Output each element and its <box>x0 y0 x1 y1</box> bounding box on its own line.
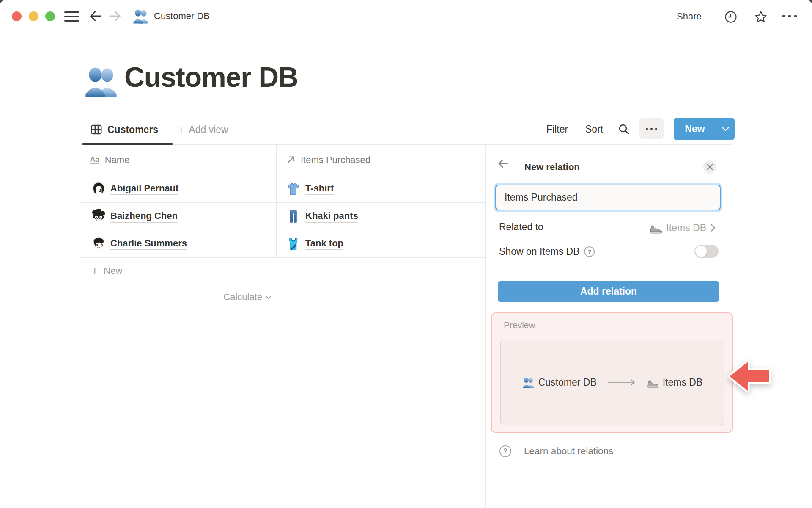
help-question-icon[interactable]: ? <box>584 246 595 257</box>
column-header-name[interactable]: Aa Name <box>80 145 277 175</box>
table-view-icon <box>90 123 103 136</box>
relation-name-input[interactable] <box>495 185 721 210</box>
source-db-name: Customer DB <box>538 377 597 388</box>
new-button-dropdown[interactable] <box>716 118 735 140</box>
plus-icon: + <box>178 124 184 135</box>
add-view-button[interactable]: + Add view <box>178 124 228 135</box>
show-on-toggle[interactable] <box>694 245 719 258</box>
sneaker-icon <box>647 376 659 389</box>
name-cell[interactable]: Charlie Summers <box>80 230 277 257</box>
name-cell[interactable]: Abigail Pernaut <box>80 175 277 202</box>
related-to-label: Related to <box>499 221 543 233</box>
close-window-button[interactable] <box>12 11 22 21</box>
search-icon[interactable] <box>618 123 630 135</box>
arrow-up-right-icon <box>286 155 296 165</box>
favorite-star-icon[interactable] <box>754 10 768 24</box>
row-name-link[interactable]: Baizheng Chen <box>110 210 178 223</box>
add-relation-button[interactable]: Add relation <box>498 281 719 302</box>
column-header-items-purchased[interactable]: Items Purchased <box>277 145 485 175</box>
row-item-link[interactable]: T-shirt <box>305 183 334 195</box>
tanktop-icon <box>287 237 300 251</box>
tab-label: Customers <box>107 124 158 135</box>
preview-card: Customer DB Items DB <box>500 340 724 425</box>
tshirt-icon <box>287 182 300 196</box>
row-name-link[interactable]: Abigail Pernaut <box>110 183 178 195</box>
jeans-icon <box>287 210 300 223</box>
page-title: Customer DB <box>124 61 298 93</box>
sneaker-icon <box>649 221 662 235</box>
table-row: Abigail Pernaut T-shirt <box>80 175 485 203</box>
history-clock-icon[interactable] <box>724 10 738 24</box>
calculate-button[interactable]: Calculate <box>80 284 277 310</box>
table-row: Baizheng Chen Khaki pants <box>80 203 485 230</box>
people-icon <box>133 8 149 24</box>
row-name-link[interactable]: Charlie Summers <box>110 238 187 250</box>
item-cell[interactable]: Khaki pants <box>277 203 485 230</box>
chevron-down-icon <box>722 127 729 131</box>
plus-icon: + <box>91 264 98 278</box>
annotation-arrow-left-icon <box>727 356 772 396</box>
relation-diagram: Customer DB Items DB <box>522 376 703 389</box>
avatar-charlie <box>91 237 106 251</box>
filter-button[interactable]: Filter <box>546 124 568 135</box>
window-title: Customer DB <box>154 11 210 22</box>
item-cell[interactable]: Tank top <box>277 230 485 257</box>
target-db-name: Items DB <box>663 377 703 388</box>
toggle-knob <box>695 246 707 257</box>
related-db-name: Items DB <box>666 222 706 234</box>
app-window: Customer DB Share Customer DB Customers … <box>0 0 812 508</box>
panel-close-button[interactable] <box>703 160 716 174</box>
learn-about-relations-link[interactable]: ? Learn about relations <box>499 445 613 457</box>
item-cell[interactable]: T-shirt <box>277 175 485 202</box>
forward-arrow-icon[interactable] <box>108 9 122 23</box>
people-icon <box>522 376 535 389</box>
panel-back-icon[interactable] <box>497 158 509 169</box>
table-row: Charlie Summers Tank top <box>80 230 485 258</box>
avatar-abigail <box>91 182 106 196</box>
back-arrow-icon[interactable] <box>89 9 102 23</box>
help-question-icon: ? <box>499 445 511 457</box>
row-item-link[interactable]: Tank top <box>305 238 343 250</box>
new-relation-panel: New relation Related to Items DB Show on… <box>485 145 812 508</box>
avatar-baizheng <box>91 209 106 224</box>
more-options-icon[interactable] <box>782 15 797 17</box>
chevron-down-icon <box>265 295 272 299</box>
new-record-button[interactable]: New <box>674 118 735 140</box>
name-cell[interactable]: Baizheng Chen <box>80 203 277 230</box>
related-to-selector[interactable]: Items DB <box>636 220 716 235</box>
new-button-label[interactable]: New <box>674 118 716 140</box>
zoom-window-button[interactable] <box>45 11 55 21</box>
long-right-arrow-icon <box>608 379 636 385</box>
titlebar: Customer DB Share <box>0 0 812 27</box>
page-icon-people[interactable] <box>84 64 118 98</box>
preview-label: Preview <box>504 320 535 330</box>
new-row-button[interactable]: + New <box>80 258 485 284</box>
preview-callout: Preview Customer DB Items DB <box>491 312 733 433</box>
table-header-row: Aa Name Items Purchased <box>80 145 485 175</box>
sidebar-menu-icon[interactable] <box>64 11 79 22</box>
close-icon <box>707 164 713 170</box>
view-options-button[interactable] <box>639 118 664 139</box>
row-item-link[interactable]: Khaki pants <box>305 210 358 223</box>
text-aa-icon: Aa <box>90 155 99 164</box>
customers-table: Aa Name Items Purchased Abigail Pernaut <box>80 145 485 310</box>
minimize-window-button[interactable] <box>29 11 38 21</box>
chevron-right-icon <box>710 224 716 232</box>
share-button[interactable]: Share <box>677 11 702 22</box>
show-on-label: Show on Items DB ? <box>499 246 595 257</box>
sort-button[interactable]: Sort <box>585 124 603 135</box>
tab-customers[interactable]: Customers <box>90 123 158 136</box>
panel-title: New relation <box>524 162 580 173</box>
